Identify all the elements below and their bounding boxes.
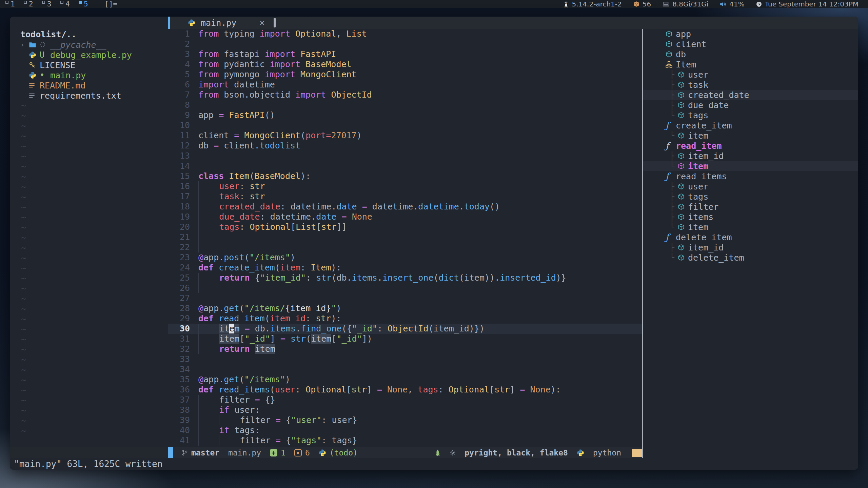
symbol-label: item: [688, 161, 708, 171]
code-line-24[interactable]: 24def create_item(item: Item):: [168, 263, 642, 273]
tree-connector: ├: [670, 90, 678, 99]
outline-item-item_id[interactable]: ├item_id: [643, 151, 858, 161]
outline-item-db[interactable]: db: [643, 49, 858, 59]
file-tree-item[interactable]: Udebug_example.py: [10, 50, 168, 60]
explorer-root-title[interactable]: todolist/..: [20, 29, 77, 40]
file-tree-item[interactable]: ›__pycache__: [10, 40, 168, 50]
code-line-9[interactable]: 9app = FastAPI(): [168, 110, 642, 120]
outline-item-read_items[interactable]: ƒread_items: [643, 171, 858, 181]
outline-item-user[interactable]: ├user: [643, 69, 858, 80]
code-line-32[interactable]: 32 return item: [168, 344, 642, 354]
outline-item-due_date[interactable]: ├due_date: [643, 100, 858, 110]
outline-item-tags[interactable]: └tags: [643, 110, 858, 120]
code-line-4[interactable]: 4from pydantic import BaseModel: [168, 59, 642, 69]
chevron-icon: ›: [20, 41, 29, 49]
outline-item-read_item[interactable]: ƒread_item: [643, 141, 858, 151]
tabline: main.py ×: [168, 17, 858, 29]
file-tree-item[interactable]: LICENSE: [10, 60, 168, 70]
code-line-31[interactable]: 31 item["_id"] = str(item["_id"]): [168, 334, 642, 344]
tab-close-icon[interactable]: ×: [259, 18, 265, 28]
file-name: main.py: [50, 70, 86, 80]
code-line-23[interactable]: 23@app.post("/items"): [168, 252, 642, 263]
workspace-square-icon: [42, 1, 45, 4]
file-tree-item[interactable]: •main.py: [10, 70, 168, 80]
code-line-14[interactable]: 14: [168, 161, 642, 171]
cube-icon: [678, 71, 688, 78]
workspace-button-1[interactable]: 1: [5, 0, 24, 8]
code-line-22[interactable]: 22: [168, 242, 642, 252]
workspace-button-4[interactable]: 4: [60, 0, 79, 8]
code-line-33[interactable]: 33: [168, 354, 642, 364]
code-editor[interactable]: 1from typing import Optional, List23from…: [168, 29, 642, 447]
code-line-38[interactable]: 38 if user:: [168, 405, 642, 415]
code-line-10[interactable]: 10: [168, 120, 642, 130]
code-line-27[interactable]: 27: [168, 293, 642, 303]
code-line-16[interactable]: 16 user: str: [168, 181, 642, 191]
outline-item-Item[interactable]: Item: [643, 59, 858, 69]
outline-item-created_date[interactable]: ├created_date: [643, 90, 858, 100]
code-line-20[interactable]: 20 tags: Optional[List[str]]: [168, 222, 642, 232]
code-line-3[interactable]: 3from fastapi import FastAPI: [168, 49, 642, 59]
file-explorer-pane: todolist/.. ›__pycache__Udebug_example.p…: [10, 17, 168, 447]
code-line-29[interactable]: 29def read_item(item_id: str):: [168, 313, 642, 324]
code-line-6[interactable]: 6import datetime: [168, 80, 642, 90]
code-line-35[interactable]: 35@app.get("/items"): [168, 374, 642, 385]
code-line-1[interactable]: 1from typing import Optional, List: [168, 29, 642, 39]
workspace-button-5[interactable]: 5: [79, 0, 97, 8]
symbol-label: due_date: [688, 100, 729, 110]
code-line-30[interactable]: 30 item = db.items.find_one({"_id": Obje…: [168, 324, 642, 334]
outline-item-tags[interactable]: ├tags: [643, 191, 858, 202]
outline-item-item[interactable]: └item: [643, 161, 858, 171]
code-line-2[interactable]: 2: [168, 39, 642, 49]
line-content: filter = {}: [190, 395, 275, 405]
code-line-39[interactable]: 39 filter = {"user": user}: [168, 415, 642, 425]
code-line-21[interactable]: 21: [168, 232, 642, 242]
code-line-5[interactable]: 5from pymongo import MongoClient: [168, 69, 642, 80]
code-line-25[interactable]: 25 return {"item_id": str(db.items.inser…: [168, 273, 642, 283]
outline-item-app[interactable]: app: [643, 29, 858, 39]
outline-item-create_item[interactable]: ƒcreate_item: [643, 120, 858, 130]
code-line-36[interactable]: 36def read_items(user: Optional[str] = N…: [168, 385, 642, 395]
outline-item-item[interactable]: └item: [643, 130, 858, 141]
cube-icon: [678, 183, 688, 190]
code-line-7[interactable]: 7from bson.objectid import ObjectId: [168, 90, 642, 100]
line-content: def read_items(user: Optional[str] = Non…: [190, 385, 561, 395]
file-tree-item[interactable]: README.md: [10, 80, 168, 90]
code-line-12[interactable]: 12db = client.todolist: [168, 141, 642, 151]
outline-item-item_id[interactable]: ├item_id: [643, 242, 858, 252]
code-line-13[interactable]: 13: [168, 151, 642, 161]
line-number: 8: [168, 100, 190, 110]
outline-item-delete_item[interactable]: └delete_item: [643, 252, 858, 263]
outline-item-user[interactable]: ├user: [643, 181, 858, 191]
status-segment: 5.14.2-arch1-2: [563, 0, 622, 8]
code-line-11[interactable]: 11client = MongoClient(port=27017): [168, 130, 642, 141]
outline-item-delete_item[interactable]: ƒdelete_item: [643, 232, 858, 242]
status-segment-text: Tue September 14 12:03PM: [765, 0, 859, 8]
outline-item-filter[interactable]: ├filter: [643, 202, 858, 212]
code-line-26[interactable]: 26: [168, 283, 642, 293]
code-line-34[interactable]: 34: [168, 364, 642, 374]
file-tree-item[interactable]: requirements.txt: [10, 90, 168, 101]
outline-item-client[interactable]: client: [643, 39, 858, 49]
code-line-8[interactable]: 8: [168, 100, 642, 110]
code-line-37[interactable]: 37 filter = {}: [168, 395, 642, 405]
outline-item-items[interactable]: ├items: [643, 212, 858, 222]
workspace-button-2[interactable]: 2: [24, 0, 42, 8]
code-line-18[interactable]: 18 created_date: datetime.date = datetim…: [168, 202, 642, 212]
code-line-19[interactable]: 19 due_date: datetime.date = None: [168, 212, 642, 222]
outline-item-item[interactable]: └item: [643, 222, 858, 232]
symbol-label: delete_item: [688, 253, 744, 263]
code-line-28[interactable]: 28@app.get("/items/{item_id}"): [168, 303, 642, 313]
git-status-flag: U: [40, 50, 50, 60]
tab-main-py[interactable]: main.py ×: [170, 17, 265, 29]
code-line-17[interactable]: 17 task: str: [168, 191, 642, 202]
code-line-15[interactable]: 15class Item(BaseModel):: [168, 171, 642, 181]
symbol-label: filter: [688, 202, 718, 212]
code-line-41[interactable]: 41 filter = {"tags": tags}: [168, 435, 642, 446]
code-line-40[interactable]: 40 if tags:: [168, 425, 642, 435]
line-number: 23: [168, 252, 190, 263]
workspace-button-3[interactable]: 3: [42, 0, 60, 8]
outline-item-task[interactable]: ├task: [643, 80, 858, 90]
status-segment: 8.8Gi/31Gi: [663, 0, 708, 8]
cube-icon: [678, 102, 688, 108]
